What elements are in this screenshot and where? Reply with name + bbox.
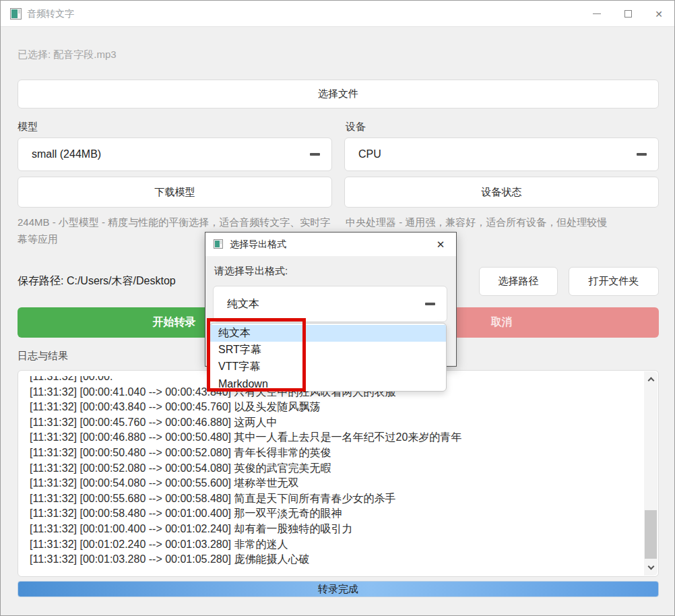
close-icon: ✕ [437, 239, 445, 251]
log-line: [11:31:32] [00:00:50.480 --> 00:00:52.08… [30, 445, 643, 461]
close-button[interactable]: ✕ [643, 1, 674, 27]
log-output[interactable]: [11:31:32] [00:00: [11:31:32] [00:00:41.… [18, 370, 659, 577]
log-line: [11:31:32] [00:00:43.840 --> 00:00:45.76… [30, 400, 643, 415]
choose-file-button[interactable]: 选择文件 [18, 80, 659, 109]
minimize-icon [593, 13, 601, 14]
device-description: 中央处理器 - 通用强，兼容好，适合所有设备，但处理较慢 [346, 214, 661, 230]
dialog-icon [214, 239, 223, 249]
export-format-value: 纯文本 [227, 297, 259, 311]
device-label: 设备 [346, 121, 366, 133]
model-select[interactable]: small (244MB) [18, 137, 332, 171]
dropdown-dash-icon [425, 303, 435, 305]
progress-bar: 转录完成 [18, 581, 659, 597]
log-line: [11:31:32] [00:01:03.280 --> 00:01:05.28… [30, 552, 643, 567]
minimize-button[interactable] [581, 1, 612, 27]
save-path-label: 保存路径: C:/Users/木容/Desktop [18, 274, 176, 288]
log-lines: [11:31:32] [00:00: [11:31:32] [00:00:41.… [19, 376, 643, 567]
dropdown-dash-icon [310, 153, 320, 156]
red-highlight-annotation [207, 318, 306, 392]
log-line: [11:31:32] [00:00:52.080 --> 00:00:54.08… [30, 461, 643, 476]
close-icon: ✕ [655, 9, 663, 19]
scroll-down-button[interactable] [644, 561, 657, 574]
dropdown-dash-icon [637, 153, 647, 156]
dialog-title: 选择导出格式 [230, 239, 286, 251]
log-line: [11:31:32] [00:00:54.080 --> 00:00:55.60… [30, 476, 643, 491]
title-bar: 音频转文字 ✕ [1, 1, 674, 27]
app-icon [10, 8, 22, 20]
app-window: 音频转文字 ✕ 已选择: 配音字段.mp3 选择文件 模型 设备 small (… [0, 0, 675, 616]
scrollbar-thumb[interactable] [645, 510, 657, 559]
model-label: 模型 [18, 121, 38, 133]
download-model-button[interactable]: 下载模型 [18, 177, 332, 208]
open-folder-button[interactable]: 打开文件夹 [569, 267, 659, 296]
log-line: [11:31:32] [00:01:00.400 --> 00:01:02.24… [30, 522, 643, 537]
log-section-label: 日志与结果 [18, 350, 68, 363]
maximize-button[interactable] [612, 1, 643, 27]
maximize-icon [624, 10, 632, 18]
export-format-select[interactable]: 纯文本 [213, 286, 447, 322]
selected-file-label: 已选择: 配音字段.mp3 [18, 49, 117, 61]
device-status-button[interactable]: 设备状态 [344, 177, 659, 208]
export-format-prompt: 请选择导出格式: [214, 265, 288, 278]
log-line: [11:31:32] [00:00:46.880 --> 00:00:50.48… [30, 430, 643, 445]
log-line: [11:31:32] [00:00:55.680 --> 00:00:58.48… [30, 491, 643, 507]
log-line: [11:31:32] [00:01:02.240 --> 00:01:03.28… [30, 537, 643, 553]
model-select-value: small (244MB) [32, 148, 101, 160]
log-line: [11:31:32] [00:00:58.480 --> 00:01:00.40… [30, 506, 643, 522]
window-title: 音频转文字 [27, 8, 74, 20]
scroll-up-button[interactable] [644, 373, 657, 386]
chevron-up-icon [647, 377, 654, 384]
device-select[interactable]: CPU [344, 137, 659, 171]
log-body: [11:31:32] [00:00: [11:31:32] [00:00:41.… [19, 376, 643, 575]
dialog-title-bar: 选择导出格式 ✕ [205, 233, 456, 256]
log-line: [11:31:32] [00:00:45.760 --> 00:00:46.88… [30, 415, 643, 431]
choose-path-button[interactable]: 选择路径 [479, 267, 558, 296]
log-scrollbar[interactable] [644, 371, 657, 576]
chevron-down-icon [647, 563, 654, 570]
dialog-close-button[interactable]: ✕ [433, 238, 448, 251]
device-select-value: CPU [358, 148, 381, 160]
